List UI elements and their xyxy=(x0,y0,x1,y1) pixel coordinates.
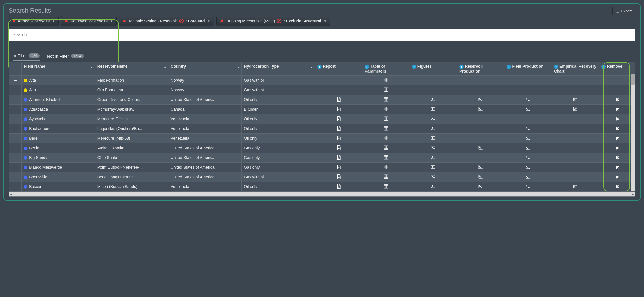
cell-report[interactable] xyxy=(315,153,362,162)
cell-empirical[interactable] xyxy=(552,182,599,191)
cell-field-production[interactable] xyxy=(504,143,552,153)
cell-figures[interactable] xyxy=(410,162,457,172)
table-row[interactable]: BoonsvilleBend ConglomerateUnited States… xyxy=(9,172,635,182)
cell-figures[interactable] xyxy=(410,153,457,162)
cell-figures[interactable] xyxy=(410,133,457,143)
col-empirical[interactable]: iEmpirical Recovery Chart xyxy=(552,62,599,76)
cell-figures[interactable] xyxy=(410,104,457,114)
cell-figures[interactable] xyxy=(410,182,457,191)
cell-field-production[interactable] xyxy=(504,153,552,162)
cell-figures[interactable] xyxy=(410,114,457,124)
cell-report[interactable] xyxy=(315,172,362,182)
table-row[interactable]: BoscanMisoa (Boscan Sands)VenezuelaOil o… xyxy=(9,182,635,191)
cell-table-params[interactable] xyxy=(362,85,410,95)
table-row[interactable]: BachaqueroLagunillas (Onshore/Ba...Venez… xyxy=(9,124,635,133)
remove-button[interactable]: ✖ xyxy=(599,114,635,124)
cell-report[interactable] xyxy=(315,162,362,172)
cell-field-production[interactable] xyxy=(504,172,552,182)
col-country[interactable]: Country⌄ xyxy=(168,62,242,76)
cell-table-params[interactable] xyxy=(362,133,410,143)
expand-toggle[interactable] xyxy=(9,182,22,191)
cell-field-production[interactable] xyxy=(504,124,552,133)
filter-tectonic-setting[interactable]: ✖ Tectonic Setting - Reservoir : Forelan… xyxy=(119,16,214,26)
table-row[interactable]: Big SandyOhio ShaleUnited States of Amer… xyxy=(9,153,635,162)
vertical-scrollbar[interactable] xyxy=(631,74,635,191)
cell-table-params[interactable] xyxy=(362,104,410,114)
cell-table-params[interactable] xyxy=(362,124,410,133)
horizontal-scrollbar[interactable]: ◄ ► xyxy=(9,192,635,196)
col-field-production[interactable]: iField Production xyxy=(504,62,552,76)
cell-figures[interactable] xyxy=(410,95,457,104)
remove-button[interactable]: ✖ xyxy=(599,95,635,104)
cell-reservoir-production[interactable] xyxy=(457,172,504,182)
expand-toggle[interactable] xyxy=(9,95,22,104)
col-reservoir-name[interactable]: Reservoir Name⌄ xyxy=(95,62,168,76)
remove-button[interactable]: ✖ xyxy=(599,153,635,162)
col-remove[interactable]: iRemove xyxy=(599,62,635,76)
cell-reservoir-production[interactable] xyxy=(457,104,504,114)
filter-removed-reservoirs[interactable]: ✖ Removed Reservoirs ▼ xyxy=(61,16,117,26)
scroll-left-icon[interactable]: ◄ xyxy=(9,192,13,197)
remove-button[interactable]: ✖ xyxy=(599,172,635,182)
table-row[interactable]: BerlinAtoka DolomiteUnited States of Ame… xyxy=(9,143,635,153)
filter-added-reservoirs[interactable]: ✖ Added Reservoirs ▼ xyxy=(9,16,59,26)
table-row[interactable]: Altamont-BluebellGreen River and Colton.… xyxy=(9,95,635,104)
filter-trapping-mechanism[interactable]: ✖ Trapping Mechanism (Main) : Exclude St… xyxy=(216,16,330,26)
cell-field-production[interactable] xyxy=(504,133,552,143)
cell-report[interactable] xyxy=(315,143,362,153)
cell-table-params[interactable] xyxy=(362,95,410,104)
cell-reservoir-production[interactable] xyxy=(457,182,504,191)
expand-toggle[interactable] xyxy=(9,162,22,172)
expand-toggle[interactable] xyxy=(9,153,22,162)
remove-button[interactable]: ✖ xyxy=(599,143,635,153)
table-row[interactable]: –AltaFalk FormationNorwayGas with oil xyxy=(9,75,635,85)
expand-toggle[interactable] xyxy=(9,124,22,133)
expand-toggle[interactable]: – xyxy=(9,75,22,85)
col-report[interactable]: iReport xyxy=(315,62,362,76)
cell-figures[interactable] xyxy=(410,143,457,153)
cell-table-params[interactable] xyxy=(362,114,410,124)
remove-button[interactable]: ✖ xyxy=(599,133,635,143)
cell-reservoir-production[interactable] xyxy=(457,95,504,104)
table-row[interactable]: Blanco MesaverdePoint Outlook-Menefee-..… xyxy=(9,162,635,172)
table-row[interactable]: AyacuchoMerecure-OficinaVenezuelaOil onl… xyxy=(9,114,635,124)
remove-button[interactable]: ✖ xyxy=(599,104,635,114)
cell-table-params[interactable] xyxy=(362,153,410,162)
expand-toggle[interactable]: – xyxy=(9,85,22,95)
export-button[interactable]: Export xyxy=(612,7,635,15)
cell-empirical[interactable] xyxy=(552,95,599,104)
table-row[interactable]: AthabascaMcmurray-WabiskawCanadaBitumen✖ xyxy=(9,104,635,114)
tab-not-in-filter[interactable]: Not In Filter 1524 xyxy=(47,51,84,61)
table-row[interactable]: –AltaØrn FormationNorwayGas with oil xyxy=(9,85,635,95)
col-expand[interactable] xyxy=(9,62,22,76)
col-field-name[interactable]: Field Name⌄ xyxy=(22,62,95,76)
expand-toggle[interactable] xyxy=(9,133,22,143)
remove-button[interactable]: ✖ xyxy=(599,182,635,191)
cell-field-production[interactable] xyxy=(504,95,552,104)
col-hydrocarbon[interactable]: Hydrocarbon Type⌄ xyxy=(242,62,315,76)
cell-report[interactable] xyxy=(315,114,362,124)
cell-table-params[interactable] xyxy=(362,75,410,85)
cell-figures[interactable] xyxy=(410,124,457,133)
cell-figures[interactable] xyxy=(410,172,457,182)
cell-table-params[interactable] xyxy=(362,172,410,182)
cell-field-production[interactable] xyxy=(504,182,552,191)
tab-in-filter[interactable]: In Filter 124 xyxy=(13,51,40,61)
cell-reservoir-production[interactable] xyxy=(457,143,504,153)
search-input[interactable] xyxy=(9,29,635,41)
remove-button[interactable]: ✖ xyxy=(599,124,635,133)
cell-reservoir-production[interactable] xyxy=(457,162,504,172)
table-row[interactable]: BareMerecure (Mfb-53)VenezuelaOil only✖ xyxy=(9,133,635,143)
cell-table-params[interactable] xyxy=(362,143,410,153)
cell-empirical[interactable] xyxy=(552,104,599,114)
remove-button[interactable]: ✖ xyxy=(599,162,635,172)
expand-toggle[interactable] xyxy=(9,104,22,114)
expand-toggle[interactable] xyxy=(9,114,22,124)
col-table-params[interactable]: iTable of Parameters xyxy=(362,62,410,76)
cell-report[interactable] xyxy=(315,95,362,104)
cell-field-production[interactable] xyxy=(504,162,552,172)
scroll-right-icon[interactable]: ► xyxy=(631,192,635,197)
expand-toggle[interactable] xyxy=(9,172,22,182)
cell-report[interactable] xyxy=(315,133,362,143)
cell-table-params[interactable] xyxy=(362,182,410,191)
